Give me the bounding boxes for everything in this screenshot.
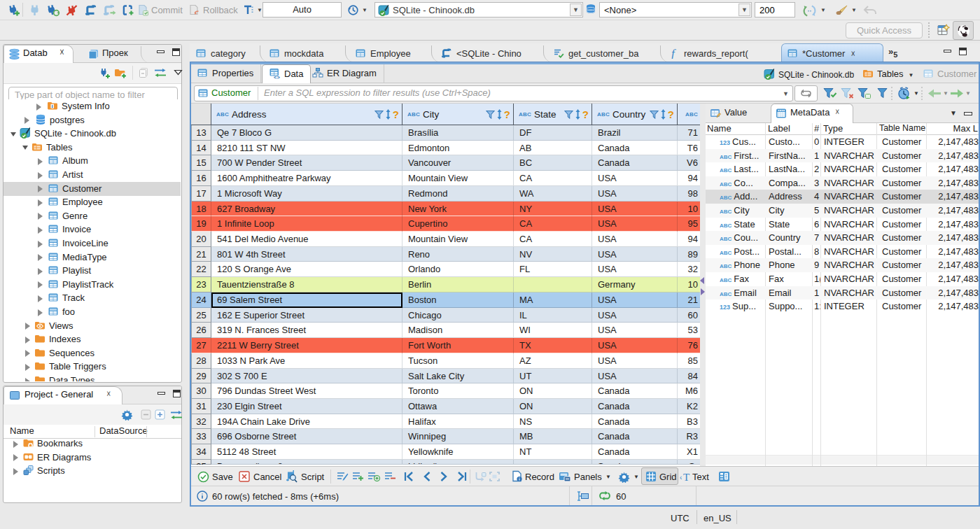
svg-text:f: f — [671, 48, 676, 59]
svg-text:<>: <> — [274, 74, 280, 79]
svg-text:T: T — [683, 472, 690, 481]
svg-text:‹: ‹ — [680, 474, 682, 481]
